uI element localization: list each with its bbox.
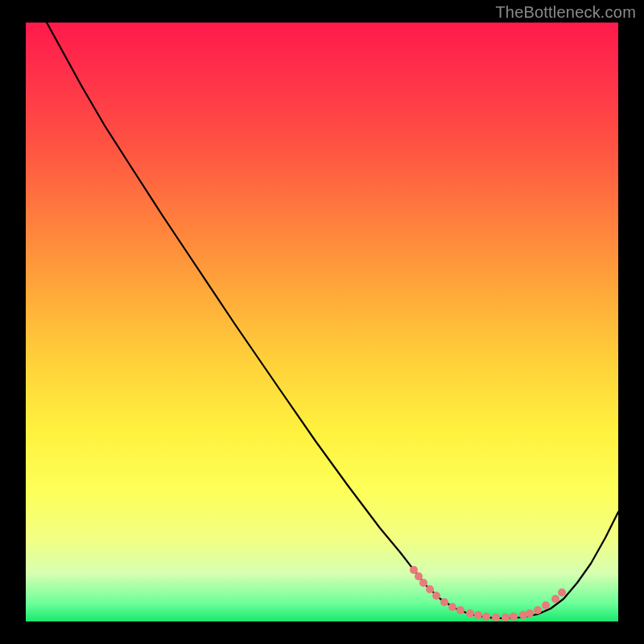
marker-dot (502, 613, 510, 621)
marker-dot (482, 613, 490, 621)
marker-dot (526, 609, 534, 617)
marker-dot (410, 566, 418, 574)
marker-dot (415, 572, 423, 580)
marker-dot (474, 611, 482, 619)
bottleneck-curve (47, 23, 618, 618)
marker-dot (466, 609, 474, 617)
chart-frame: TheBottleneck.com (0, 0, 644, 644)
marker-dot (456, 606, 464, 614)
marker-dot (492, 613, 500, 621)
curve-layer (26, 23, 618, 621)
marker-dot (542, 601, 550, 609)
marker-dot (426, 585, 434, 593)
plot-area (26, 23, 618, 621)
marker-dot (551, 595, 559, 603)
marker-dot (432, 592, 440, 600)
marker-dot (510, 613, 518, 621)
marker-group (410, 566, 566, 621)
watermark-text: TheBottleneck.com (495, 3, 636, 22)
marker-dot (558, 588, 566, 597)
marker-dot (440, 598, 448, 606)
marker-dot (419, 579, 427, 587)
marker-dot (534, 606, 542, 614)
marker-dot (448, 603, 456, 611)
